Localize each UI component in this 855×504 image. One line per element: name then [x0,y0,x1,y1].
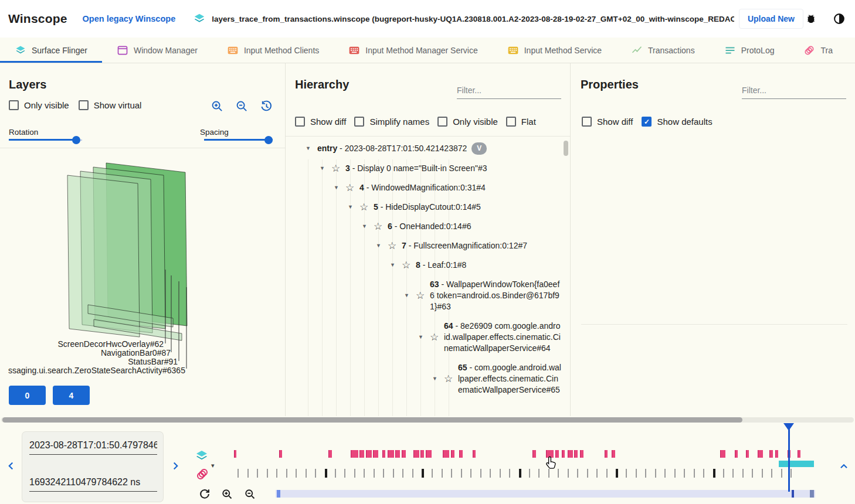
timeline-zoom-out-icon[interactable] [244,488,256,500]
transition-trace-tick [374,469,375,478]
spacing-slider[interactable] [204,136,273,144]
hierarchy-scrollbar[interactable] [564,139,568,411]
rotation-slider[interactable] [9,136,82,144]
tab-surface-flinger[interactable]: Surface Flinger [0,38,102,63]
open-legacy-winscope-link[interactable]: Open legacy Winscope [83,14,176,23]
checkbox-box[interactable] [506,117,516,127]
show-defaults-checkbox[interactable]: ✓ Show defaults [642,117,712,127]
tab-transactions[interactable]: Transactions [616,38,710,63]
checkbox-label: Show diff [597,117,633,127]
transition-trace-tick [238,469,239,478]
tab-input-method-service[interactable]: Input Method Service [493,38,616,63]
collapse-caret-icon[interactable]: ▼ [318,163,326,174]
show-virtual-checkbox[interactable]: Show virtual [79,100,142,110]
tree-node-6[interactable]: ▼☆6 - OneHanded:0:14#6 [286,217,562,236]
layer-id-button-4[interactable]: 4 [53,386,90,405]
transition-trace-tick [742,469,744,478]
collapse-caret-icon[interactable]: ▼ [304,143,312,154]
show-diff-checkbox[interactable]: Show diff [295,117,346,127]
trace-selector-caret-icon[interactable]: ▾ [211,462,215,469]
expand-timeline-button[interactable] [837,460,850,473]
pin-star-icon[interactable]: ☆ [374,222,384,231]
checkbox-box[interactable] [582,117,592,127]
layer-id-button-0[interactable]: 0 [9,386,46,405]
reset-view-icon[interactable] [260,100,273,113]
next-entry-button[interactable] [169,459,182,472]
transition-trace-tick [771,469,772,478]
collapse-caret-icon[interactable]: ▼ [361,221,368,232]
slider-thumb[interactable] [264,136,273,144]
previous-entry-button[interactable] [5,459,18,472]
pin-star-icon[interactable]: ☆ [331,164,342,173]
simplify-names-checkbox[interactable]: Simplify names [354,117,429,127]
tree-node-entry[interactable]: ▼entry - 2023-08-28T17:01:50.421423872V [286,138,562,159]
app-title: Winscope [8,12,67,26]
tab-protolog[interactable]: ProtoLog [710,38,789,63]
ns-timestamp-field[interactable]: 1693242110479784622 ns [29,477,157,492]
transition-trace-tick [490,469,491,478]
transitions-trace-icon[interactable] [195,467,209,481]
checkbox-label: Only visible [24,100,69,110]
tree-node-8[interactable]: ▼☆8 - Leaf:0:1#8 [286,256,562,275]
tab-label: Input Method Clients [244,46,319,55]
timeline-zoom-in-icon[interactable] [221,488,233,500]
tab-input-method-manager-service[interactable]: Input Method Manager Service [334,38,492,63]
pin-star-icon[interactable]: ☆ [430,332,440,342]
pin-star-icon[interactable]: ☆ [345,183,356,193]
pin-star-icon[interactable]: ☆ [416,291,426,301]
checkbox-box[interactable] [9,100,19,110]
checkbox-box[interactable] [79,100,89,110]
tree-node-5[interactable]: ▼☆5 - HideDisplayCutout:0:14#5 [286,197,562,217]
tree-node-64[interactable]: ▼☆64 - 8e26909 com.google.android.wallpa… [286,316,562,358]
refresh-icon[interactable] [198,488,211,500]
pin-star-icon[interactable]: ☆ [388,241,398,251]
human-timestamp-field[interactable]: 2023-08-28T17:01:50.4797846 [29,440,157,455]
collapse-caret-icon[interactable]: ▼ [389,260,396,271]
collapse-caret-icon[interactable]: ▼ [375,240,382,251]
collapse-caret-icon[interactable]: ▼ [333,182,340,193]
bug-report-icon[interactable] [803,11,819,26]
tree-node-65[interactable]: ▼☆65 - com.google.android.wallpaper.effe… [286,358,562,400]
flat-checkbox[interactable]: Flat [506,117,536,127]
tab-tra[interactable]: Tra [789,38,847,63]
checkbox-box[interactable] [354,117,364,127]
zoom-out-icon[interactable] [235,100,249,113]
timeline-cursor-line[interactable] [788,424,790,492]
checkbox-box[interactable] [295,117,305,127]
tab-input-method-clients[interactable]: Input Method Clients [212,38,334,63]
slider-thumb[interactable] [72,136,80,144]
active-trace-range-highlight [779,461,814,467]
scrollbar-thumb[interactable] [564,141,568,156]
transition-trace-tick [529,469,530,478]
pin-star-icon[interactable]: ☆ [444,374,454,384]
zoom-in-icon[interactable] [211,100,224,113]
tree-node-63[interactable]: ▼☆63 - WallpaperWindowToken{fa0eef6 toke… [286,275,562,316]
collapse-caret-icon[interactable]: ▼ [347,202,354,213]
timeline-zoom-strip[interactable] [276,490,815,498]
tree-node-7[interactable]: ▼☆7 - FullscreenMagnification:0:12#7 [286,236,562,256]
properties-filter-input[interactable] [742,83,846,99]
only-visible-checkbox[interactable]: Only visible [437,117,498,127]
tree-node-3[interactable]: ▼☆3 - Display 0 name="Built-in Screen"#3 [286,159,562,178]
main-content: Layers Only visible Show virtual Rotatio… [0,63,855,416]
dark-mode-icon[interactable] [832,11,847,26]
checkbox-box[interactable] [437,117,447,127]
collapse-caret-icon[interactable]: ▼ [403,290,410,301]
tab-window-manager[interactable]: Window Manager [102,38,212,63]
collapse-caret-icon[interactable]: ▼ [417,332,425,343]
pin-star-icon[interactable]: ☆ [402,260,412,270]
only-visible-checkbox[interactable]: Only visible [9,100,69,110]
surface-flinger-trace-icon[interactable] [195,449,209,463]
collapse-caret-icon[interactable]: ▼ [431,373,439,384]
checkbox-box[interactable]: ✓ [642,117,652,127]
hierarchy-filter-input[interactable] [457,83,561,99]
transition-trace-tick [267,469,268,478]
transition-trace-tick [296,469,297,478]
pin-star-icon[interactable]: ☆ [359,202,370,212]
timeline-scrollbar[interactable] [1,417,854,423]
show-diff-checkbox[interactable]: Show diff [582,117,633,127]
upload-new-button[interactable]: Upload New [739,9,803,29]
transition-trace-tick [325,469,327,478]
tree-node-4[interactable]: ▼☆4 - WindowedMagnification:0:31#4 [286,178,562,197]
scrollbar-thumb[interactable] [2,417,742,423]
